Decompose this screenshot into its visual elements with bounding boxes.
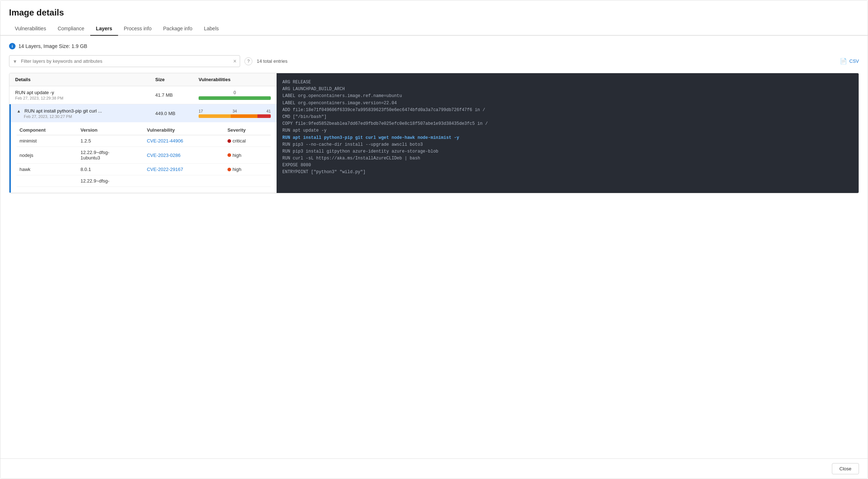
vuln-bar-multi xyxy=(199,114,271,118)
col-vulnerabilities: Vulnerabilities xyxy=(199,77,271,82)
code-line: ARG RELEASE xyxy=(282,79,853,86)
table-section: Details Size Vulnerabilities RUN apt upd… xyxy=(9,73,277,193)
bar-high xyxy=(231,114,257,118)
code-line: RUN pip3 --no-cache-dir install --upgrad… xyxy=(282,141,853,148)
component-cve[interactable]: CVE-2022-29167 xyxy=(144,164,225,175)
component-severity: critical xyxy=(225,135,271,147)
code-line: COPY file:9fed5852beablea7dd67ed9fbdb7e0… xyxy=(282,120,853,127)
component-name: nodejs xyxy=(17,147,78,164)
code-line-highlight: RUN apt install python3-pip git curl wge… xyxy=(282,135,853,141)
code-line: LABEL org.opencontainers.image.version=2… xyxy=(282,100,853,107)
table-row: minimist 1.2.5 CVE-2021-44906 critical xyxy=(17,135,271,147)
code-panel: ARG RELEASE ARG LAUNCHPAD_BUILD_ARCH LAB… xyxy=(277,73,859,193)
layer-row-selected[interactable]: ▲ RUN apt install python3-pip git curl .… xyxy=(9,104,277,193)
tab-layers[interactable]: Layers xyxy=(90,22,118,36)
sub-col-version: Version xyxy=(78,125,144,135)
component-severity: high xyxy=(225,164,271,175)
component-version: 8.0.1 xyxy=(78,164,144,175)
table-row: hawk 8.0.1 CVE-2022-29167 high xyxy=(17,164,271,175)
code-line: LABEL org.opencontainers.image.ref.name=… xyxy=(282,93,853,100)
layer-row-main-selected[interactable]: ▲ RUN apt install python3-pip git curl .… xyxy=(11,104,277,122)
image-details-modal: Image details Vulnerabilities Compliance… xyxy=(0,0,868,479)
code-line: ENTRYPOINT ["python3" "wild.py"] xyxy=(282,169,853,176)
component-cve[interactable]: CVE-2021-44906 xyxy=(144,135,225,147)
col-details: Details xyxy=(15,77,155,82)
entries-count: 14 total entries xyxy=(257,58,287,64)
expanded-content: Component Version Vulnerability Severity xyxy=(11,122,277,193)
csv-label: CSV xyxy=(849,58,859,64)
severity-dot-high xyxy=(227,153,231,157)
bar-critical xyxy=(257,114,271,118)
csv-button[interactable]: 📄 CSV xyxy=(840,58,859,65)
component-severity: high xyxy=(225,147,271,164)
info-text: 14 Layers, Image Size: 1.9 GB xyxy=(18,43,87,49)
layer-command-selected: RUN apt install python3-pip git curl ... xyxy=(25,108,102,114)
vuln-bar-zero xyxy=(199,96,271,100)
table-row: 12.22.9~dfsg- xyxy=(17,175,271,187)
layer-details-selected: ▲ RUN apt install python3-pip git curl .… xyxy=(17,108,155,119)
vuln-bar-wrap: 0 xyxy=(199,90,271,100)
component-name xyxy=(17,175,78,187)
info-icon: i xyxy=(9,43,16,49)
sub-col-component: Component xyxy=(17,125,78,135)
code-line: ADD file:18e71f049606f6339ce7a995839623f… xyxy=(282,107,853,114)
component-cve[interactable]: CVE-2023-0286 xyxy=(144,147,225,164)
layer-timestamp: Feb 27, 2023, 12:29:38 PM xyxy=(15,96,155,100)
table-row: nodejs 12.22.9~dfsg-1ubuntu3 CVE-2023-02… xyxy=(17,147,271,164)
code-line: RUN curl -sL https://aka.ms/InstallAzure… xyxy=(282,155,853,162)
filter-input-wrap: ▼ × xyxy=(9,55,240,67)
csv-icon: 📄 xyxy=(840,58,847,65)
component-cve xyxy=(144,175,225,187)
tab-process-info[interactable]: Process info xyxy=(118,22,157,36)
vuln-critical-count: 17 xyxy=(199,109,203,113)
col-size: Size xyxy=(155,77,199,82)
tab-compliance[interactable]: Compliance xyxy=(52,22,90,36)
filter-clear-icon[interactable]: × xyxy=(233,58,236,64)
page-title: Image details xyxy=(0,0,868,22)
collapse-toggle[interactable]: ▲ xyxy=(17,109,21,114)
vuln-medium-count: 41 xyxy=(266,109,271,113)
footer-bar: Close xyxy=(0,458,868,479)
component-severity xyxy=(225,175,271,187)
code-line: EXPOSE 8080 xyxy=(282,162,853,169)
info-bar: i 14 Layers, Image Size: 1.9 GB xyxy=(9,43,859,49)
severity-dot-critical xyxy=(227,139,231,143)
close-button[interactable]: Close xyxy=(832,463,859,474)
layer-timestamp-selected: Feb 27, 2023, 12:30:27 PM xyxy=(17,114,155,119)
code-line: CMD ["/bin/bash"] xyxy=(282,114,853,120)
help-icon[interactable]: ? xyxy=(244,57,252,65)
vuln-high-count: 34 xyxy=(233,109,237,113)
component-name: hawk xyxy=(17,164,78,175)
layer-row-main[interactable]: RUN apt update -y Feb 27, 2023, 12:29:38… xyxy=(9,86,277,104)
layer-details: RUN apt update -y Feb 27, 2023, 12:29:38… xyxy=(15,90,155,100)
code-line: RUN apt update -y xyxy=(282,127,853,134)
sub-col-severity: Severity xyxy=(225,125,271,135)
code-line: ARG LAUNCHPAD_BUILD_ARCH xyxy=(282,86,853,93)
severity-label: critical xyxy=(233,138,246,144)
layer-row[interactable]: RUN apt update -y Feb 27, 2023, 12:29:38… xyxy=(9,86,277,104)
layer-size-selected: 449.0 MB xyxy=(155,111,199,116)
tab-labels[interactable]: Labels xyxy=(198,22,225,36)
vuln-bar-wrap-multi: 17 34 41 xyxy=(199,109,271,118)
filter-input[interactable] xyxy=(9,55,240,67)
code-line: RUN pip3 install gitpython azure-identit… xyxy=(282,148,853,155)
tab-package-info[interactable]: Package info xyxy=(157,22,198,36)
sub-col-vulnerability: Vulnerability xyxy=(144,125,225,135)
severity-dot-high2 xyxy=(227,168,231,171)
layer-command: RUN apt update -y xyxy=(15,90,155,95)
layer-size: 41.7 MB xyxy=(155,92,199,98)
component-version: 12.22.9~dfsg- xyxy=(78,175,144,187)
severity-label: high xyxy=(233,167,242,172)
component-table: Component Version Vulnerability Severity xyxy=(17,125,271,187)
tabs-bar: Vulnerabilities Compliance Layers Proces… xyxy=(0,22,868,36)
component-name: minimist xyxy=(17,135,78,147)
tab-vulnerabilities[interactable]: Vulnerabilities xyxy=(9,22,52,36)
component-version: 12.22.9~dfsg-1ubuntu3 xyxy=(78,147,144,164)
filter-icon: ▼ xyxy=(13,58,17,64)
content-area: i 14 Layers, Image Size: 1.9 GB ▼ × ? 14… xyxy=(0,36,868,458)
main-split: Details Size Vulnerabilities RUN apt upd… xyxy=(9,73,859,193)
severity-label: high xyxy=(233,153,242,158)
component-version: 1.2.5 xyxy=(78,135,144,147)
table-header: Details Size Vulnerabilities xyxy=(9,73,277,86)
filter-row: ▼ × ? 14 total entries 📄 CSV xyxy=(9,55,859,67)
